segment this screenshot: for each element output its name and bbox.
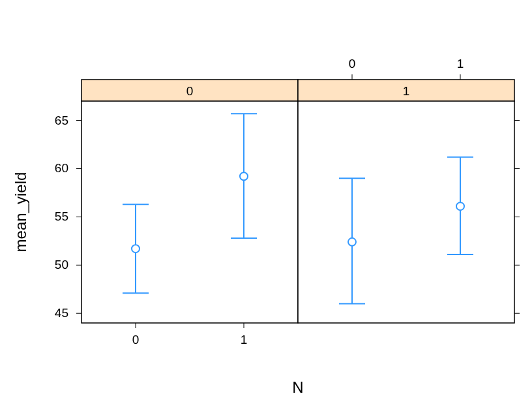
panel-bg <box>81 101 298 323</box>
mean-point <box>240 172 248 180</box>
mean-point <box>132 245 140 252</box>
xtick-label-top: 1 <box>457 57 464 70</box>
ytick-label: 50 <box>55 258 68 271</box>
strip-label: 1 <box>403 84 410 98</box>
ytick-label: 60 <box>55 161 68 175</box>
panel-bg <box>298 101 514 323</box>
ylabel: mean_yield <box>12 172 29 252</box>
xtick-label-top: 0 <box>349 57 356 70</box>
xtick-label-bottom: 0 <box>132 333 140 346</box>
xlabel: N <box>292 378 303 396</box>
ytick-label: 45 <box>55 306 68 320</box>
ytick-label: 55 <box>55 209 68 223</box>
ytick-label: 65 <box>55 114 68 127</box>
lattice-errorbar-chart: mean_yieldN4550556065001101 <box>0 0 532 413</box>
strip-label: 0 <box>186 84 194 98</box>
mean-point <box>348 238 356 246</box>
mean-point <box>456 202 464 210</box>
xtick-label-bottom: 1 <box>241 333 248 346</box>
